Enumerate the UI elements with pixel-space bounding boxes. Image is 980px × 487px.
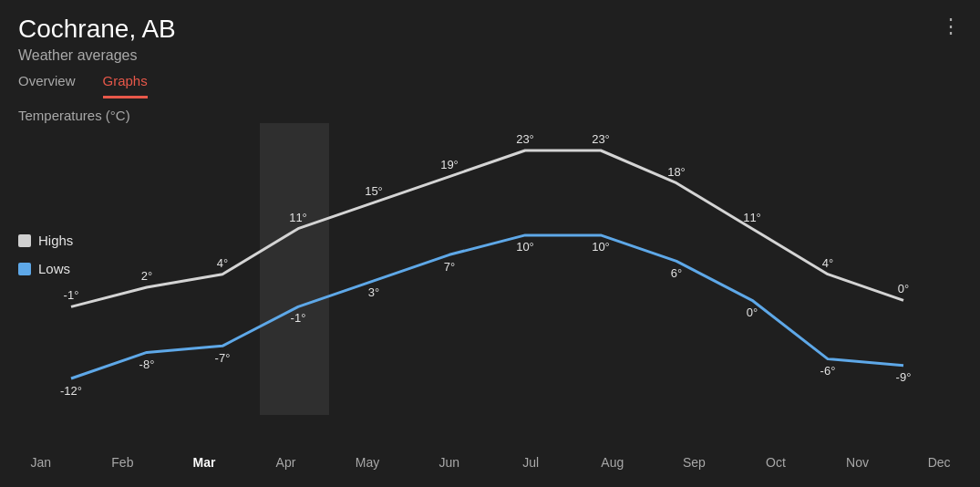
page-header: Cochrane, AB Weather averages ⋮	[0, 0, 980, 64]
low-label-jul: 10°	[516, 240, 534, 254]
low-label-apr: -1°	[291, 311, 306, 325]
month-label-sep: Sep	[659, 455, 728, 470]
month-label-oct: Oct	[741, 455, 810, 470]
low-label-dec: -9°	[896, 370, 912, 384]
month-label-nov: Nov	[823, 455, 892, 470]
chart-area: Highs Lows -1° 2° 4° 11° 15° 19° 23° 23°…	[0, 123, 980, 470]
month-label-aug: Aug	[578, 455, 647, 470]
month-label-jun: Jun	[415, 455, 484, 470]
high-label-jul: 23°	[516, 132, 534, 146]
low-label-sep: 6°	[671, 266, 682, 280]
high-label-apr: 11°	[289, 211, 307, 224]
page-subtitle: Weather averages	[18, 47, 962, 64]
highs-polyline	[71, 150, 903, 306]
x-axis: Jan Feb Mar Apr May Jun Jul Aug Sep Oct …	[0, 455, 980, 470]
tab-bar: Overview Graphs	[0, 64, 980, 98]
high-label-jan: -1°	[64, 288, 79, 302]
low-label-nov: -6°	[820, 364, 836, 378]
month-label-may: May	[333, 455, 402, 470]
lows-polyline	[71, 235, 903, 378]
page-title: Cochrane, AB	[18, 15, 962, 44]
month-label-feb: Feb	[88, 455, 157, 470]
low-label-may: 3°	[368, 285, 379, 299]
temperature-chart: -1° 2° 4° 11° 15° 19° 23° 23° 18° 11° 4°…	[0, 123, 980, 415]
high-label-dec: 0°	[898, 282, 909, 295]
section-title: Temperatures (°C)	[0, 98, 980, 123]
more-options-button[interactable]: ⋮	[941, 15, 962, 38]
high-label-oct: 11°	[743, 211, 761, 224]
month-label-jan: Jan	[6, 455, 76, 470]
low-label-aug: 10°	[592, 240, 610, 254]
low-label-jan: -12°	[60, 384, 82, 398]
high-label-sep: 18°	[667, 165, 686, 179]
low-label-feb: -8°	[139, 357, 155, 371]
month-label-jul: Jul	[496, 455, 565, 470]
high-label-jun: 19°	[440, 158, 459, 171]
high-label-mar: 4°	[217, 256, 228, 270]
high-label-may: 15°	[365, 184, 383, 198]
high-label-aug: 23°	[592, 132, 610, 146]
low-label-jun: 7°	[444, 260, 455, 274]
month-label-mar: Mar	[170, 455, 239, 470]
month-label-apr: Apr	[252, 455, 321, 470]
low-label-mar: -7°	[215, 351, 231, 365]
high-label-feb: 2°	[141, 269, 152, 283]
high-label-nov: 4°	[822, 256, 833, 270]
tab-overview[interactable]: Overview	[18, 73, 76, 98]
month-label-dec: Dec	[904, 455, 974, 470]
tab-graphs[interactable]: Graphs	[103, 73, 148, 98]
low-label-oct: 0°	[747, 306, 758, 319]
